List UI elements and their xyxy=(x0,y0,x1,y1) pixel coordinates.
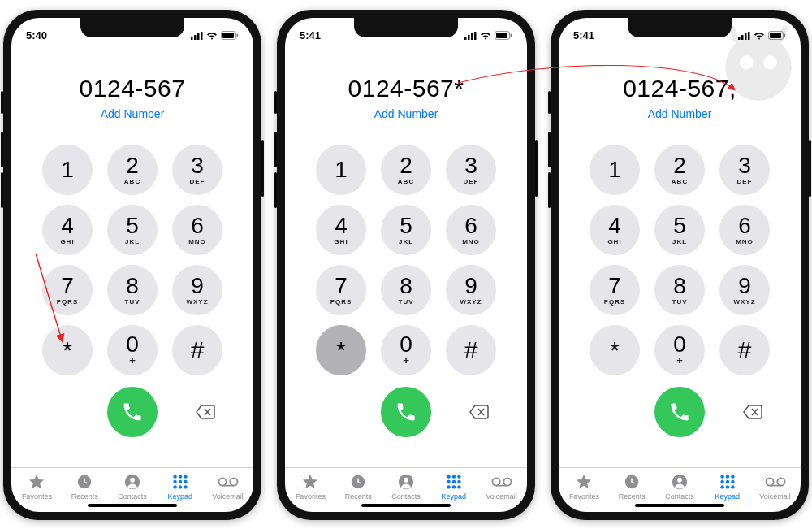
keypad-key-3[interactable]: 3DEF xyxy=(719,145,770,195)
key-subtext: TUV xyxy=(672,298,688,306)
svg-point-35 xyxy=(457,475,460,478)
tab-label: Contacts xyxy=(391,492,421,501)
phone-mockup: 5:41 0124-567* Add Number 12ABC3DEF4GHI5… xyxy=(277,10,535,520)
call-button[interactable] xyxy=(381,387,431,437)
tab-keypad[interactable]: Keypad xyxy=(157,473,204,501)
call-button[interactable] xyxy=(107,387,158,437)
key-digit: 9 xyxy=(464,275,477,297)
svg-rect-25 xyxy=(471,33,473,40)
svg-rect-24 xyxy=(468,35,470,40)
tab-favorites[interactable]: Favorites xyxy=(560,473,607,501)
keypad-key-7[interactable]: 7PQRS xyxy=(590,265,640,315)
tab-contacts[interactable]: Contacts xyxy=(382,473,430,501)
backspace-icon xyxy=(195,404,216,420)
tab-favorites[interactable]: Favorites xyxy=(287,473,334,501)
keypad-key-5[interactable]: 5JKL xyxy=(107,205,158,255)
tab-recents[interactable]: Recents xyxy=(61,473,108,501)
keypad-key-8[interactable]: 8TUV xyxy=(381,265,431,315)
key-digit: 7 xyxy=(61,275,74,297)
keypad-key-8[interactable]: 8TUV xyxy=(654,265,705,315)
wifi-icon xyxy=(206,32,218,40)
tab-contacts[interactable]: Contacts xyxy=(656,473,703,501)
recents-icon xyxy=(76,473,93,491)
svg-rect-3 xyxy=(197,33,200,40)
signal-icon xyxy=(191,32,203,40)
add-number-link[interactable]: Add Number xyxy=(559,107,801,120)
keypad-key-1[interactable]: 1 xyxy=(42,145,93,195)
key-digit: * xyxy=(63,338,72,362)
keypad-key-9[interactable]: 9WXYZ xyxy=(446,265,496,315)
svg-rect-23 xyxy=(464,37,467,40)
keypad-key-8[interactable]: 8TUV xyxy=(107,265,158,315)
tab-keypad[interactable]: Keypad xyxy=(704,473,751,501)
tab-voicemail[interactable]: Voicemail xyxy=(205,473,252,501)
contacts-icon xyxy=(671,473,689,491)
keypad-key-2[interactable]: 2ABC xyxy=(654,145,705,195)
keypad-key-star[interactable]: * xyxy=(42,325,93,375)
keypad-key-0[interactable]: 0+ xyxy=(107,325,158,375)
svg-rect-53 xyxy=(748,32,750,40)
svg-rect-7 xyxy=(237,34,239,37)
keypad-key-6[interactable]: 6MNO xyxy=(446,205,496,255)
key-digit: 9 xyxy=(191,275,204,297)
key-subtext: MNO xyxy=(462,238,480,245)
key-digit: 8 xyxy=(126,275,139,297)
key-digit: 0 xyxy=(400,333,412,356)
keypad-key-3[interactable]: 3DEF xyxy=(172,145,222,195)
delete-button[interactable] xyxy=(192,398,219,426)
keypad-key-9[interactable]: 9WXYZ xyxy=(719,265,770,315)
svg-point-61 xyxy=(726,475,729,478)
tab-recents[interactable]: Recents xyxy=(608,473,655,501)
keypad-key-9[interactable]: 9WXYZ xyxy=(172,265,222,315)
key-subtext: PQRS xyxy=(57,298,79,306)
key-digit: * xyxy=(610,338,620,362)
keypad-key-5[interactable]: 5JKL xyxy=(654,205,705,255)
keypad-key-hash[interactable]: # xyxy=(719,325,770,375)
voicemail-icon xyxy=(765,473,786,491)
svg-point-11 xyxy=(173,475,176,478)
keypad-key-hash[interactable]: # xyxy=(446,325,496,375)
keypad-key-3[interactable]: 3DEF xyxy=(446,145,496,195)
keypad-key-6[interactable]: 6MNO xyxy=(172,205,222,255)
svg-point-14 xyxy=(173,479,176,483)
keypad-key-4[interactable]: 4GHI xyxy=(316,205,366,255)
device-notch xyxy=(628,18,732,37)
keypad-key-hash[interactable]: # xyxy=(172,325,222,375)
tab-contacts[interactable]: Contacts xyxy=(109,473,156,501)
keypad-key-7[interactable]: 7PQRS xyxy=(42,265,93,315)
key-digit: 7 xyxy=(335,275,348,297)
key-subtext: MNO xyxy=(736,238,754,245)
keypad-key-5[interactable]: 5JKL xyxy=(381,205,431,255)
keypad-key-0[interactable]: 0+ xyxy=(654,325,705,375)
delete-button[interactable] xyxy=(465,398,493,426)
keypad-key-2[interactable]: 2ABC xyxy=(107,145,158,195)
keypad-key-0[interactable]: 0+ xyxy=(381,325,431,375)
keypad-key-4[interactable]: 4GHI xyxy=(590,205,640,255)
keypad-key-2[interactable]: 2ABC xyxy=(381,145,431,195)
home-indicator xyxy=(361,504,451,507)
keypad-key-4[interactable]: 4GHI xyxy=(42,205,93,255)
key-digit: 4 xyxy=(335,215,348,237)
keypad-key-star[interactable]: * xyxy=(316,325,366,375)
keypad-key-1[interactable]: 1 xyxy=(316,145,366,195)
tab-favorites[interactable]: Favorites xyxy=(13,473,60,501)
tab-recents[interactable]: Recents xyxy=(335,473,382,501)
keypad-key-1[interactable]: 1 xyxy=(590,145,640,195)
add-number-link[interactable]: Add Number xyxy=(285,107,527,120)
add-number-link[interactable]: Add Number xyxy=(11,107,253,120)
svg-rect-26 xyxy=(474,32,477,40)
key-digit: 5 xyxy=(673,215,686,237)
keypad-key-7[interactable]: 7PQRS xyxy=(316,265,366,315)
phone-icon xyxy=(668,401,691,423)
tab-voicemail[interactable]: Voicemail xyxy=(752,473,799,501)
svg-point-32 xyxy=(404,477,408,482)
keypad-key-6[interactable]: 6MNO xyxy=(719,205,770,255)
tab-voicemail[interactable]: Voicemail xyxy=(478,473,525,501)
call-button[interactable] xyxy=(654,387,705,437)
delete-button[interactable] xyxy=(739,398,767,426)
svg-point-17 xyxy=(173,485,176,488)
keypad-key-star[interactable]: * xyxy=(590,325,640,375)
key-subtext: WXYZ xyxy=(186,298,208,306)
tab-keypad[interactable]: Keypad xyxy=(430,473,477,501)
svg-point-21 xyxy=(230,478,237,485)
